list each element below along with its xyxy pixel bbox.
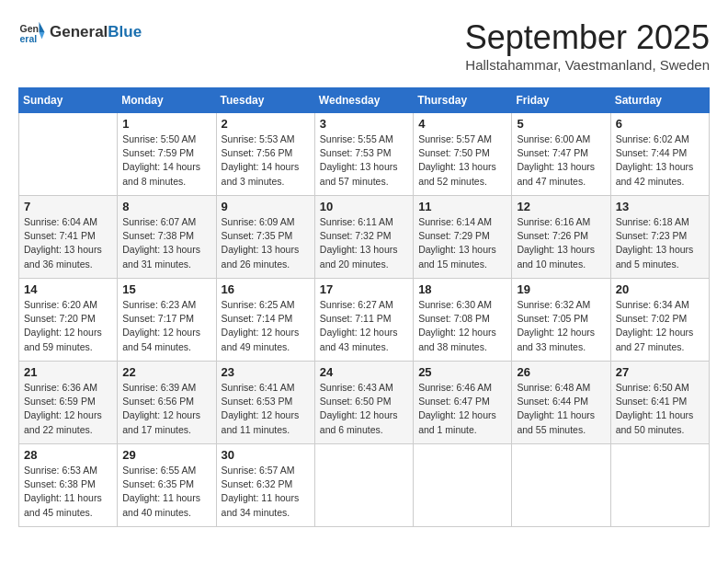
logo-general: General bbox=[50, 23, 108, 40]
calendar-week-row: 14Sunrise: 6:20 AM Sunset: 7:20 PM Dayli… bbox=[19, 279, 710, 362]
svg-text:eral: eral bbox=[20, 33, 38, 44]
day-info: Sunrise: 6:18 AM Sunset: 7:23 PM Dayligh… bbox=[616, 215, 704, 271]
day-info: Sunrise: 6:20 AM Sunset: 7:20 PM Dayligh… bbox=[24, 298, 112, 354]
logo-text: GeneralBlue bbox=[50, 23, 142, 41]
svg-marker-2 bbox=[40, 22, 45, 32]
day-number: 6 bbox=[616, 117, 704, 131]
day-info: Sunrise: 6:04 AM Sunset: 7:41 PM Dayligh… bbox=[24, 215, 112, 271]
day-number: 12 bbox=[517, 200, 605, 213]
day-number: 13 bbox=[616, 200, 704, 213]
day-info: Sunrise: 6:32 AM Sunset: 7:05 PM Dayligh… bbox=[517, 298, 605, 354]
calendar-day-cell: 3Sunrise: 5:55 AM Sunset: 7:53 PM Daylig… bbox=[314, 113, 413, 196]
day-number: 29 bbox=[122, 448, 210, 462]
day-number: 23 bbox=[222, 365, 310, 379]
calendar-day-cell: 21Sunrise: 6:36 AM Sunset: 6:59 PM Dayli… bbox=[19, 362, 118, 444]
calendar-day-cell: 1Sunrise: 5:50 AM Sunset: 7:59 PM Daylig… bbox=[118, 113, 216, 196]
day-number: 26 bbox=[517, 365, 605, 379]
calendar-day-cell: 17Sunrise: 6:27 AM Sunset: 7:11 PM Dayli… bbox=[314, 279, 413, 362]
day-info: Sunrise: 5:55 AM Sunset: 7:53 PM Dayligh… bbox=[320, 132, 408, 189]
calendar-week-row: 7Sunrise: 6:04 AM Sunset: 7:41 PM Daylig… bbox=[19, 196, 710, 279]
calendar-day-cell: 7Sunrise: 6:04 AM Sunset: 7:41 PM Daylig… bbox=[19, 196, 118, 279]
day-info: Sunrise: 6:36 AM Sunset: 6:59 PM Dayligh… bbox=[24, 381, 112, 437]
calendar-day-cell: 10Sunrise: 6:11 AM Sunset: 7:32 PM Dayli… bbox=[314, 196, 413, 279]
logo: Gen eral GeneralBlue bbox=[18, 18, 142, 46]
day-info: Sunrise: 6:46 AM Sunset: 6:47 PM Dayligh… bbox=[418, 381, 506, 437]
day-number: 15 bbox=[122, 282, 210, 296]
day-info: Sunrise: 6:16 AM Sunset: 7:26 PM Dayligh… bbox=[517, 215, 605, 271]
day-number: 14 bbox=[24, 282, 112, 296]
calendar-day-cell: 18Sunrise: 6:30 AM Sunset: 7:08 PM Dayli… bbox=[414, 279, 512, 362]
day-info: Sunrise: 6:11 AM Sunset: 7:32 PM Dayligh… bbox=[320, 215, 408, 271]
calendar-day-cell: 24Sunrise: 6:43 AM Sunset: 6:50 PM Dayli… bbox=[314, 362, 413, 444]
day-info: Sunrise: 6:57 AM Sunset: 6:32 PM Dayligh… bbox=[222, 464, 310, 520]
day-info: Sunrise: 6:07 AM Sunset: 7:38 PM Dayligh… bbox=[122, 215, 210, 271]
day-info: Sunrise: 6:27 AM Sunset: 7:11 PM Dayligh… bbox=[320, 298, 408, 354]
calendar-day-cell: 26Sunrise: 6:48 AM Sunset: 6:44 PM Dayli… bbox=[512, 362, 610, 444]
day-number: 27 bbox=[616, 365, 704, 379]
weekday-header-monday: Monday bbox=[118, 88, 216, 113]
calendar-day-cell: 28Sunrise: 6:53 AM Sunset: 6:38 PM Dayli… bbox=[19, 444, 118, 527]
calendar-day-cell: 30Sunrise: 6:57 AM Sunset: 6:32 PM Dayli… bbox=[216, 444, 314, 527]
calendar-day-cell: 13Sunrise: 6:18 AM Sunset: 7:23 PM Dayli… bbox=[610, 196, 709, 279]
calendar-day-cell: 27Sunrise: 6:50 AM Sunset: 6:41 PM Dayli… bbox=[610, 362, 709, 444]
month-title: September 2025 bbox=[465, 18, 710, 57]
calendar-day-cell: 16Sunrise: 6:25 AM Sunset: 7:14 PM Dayli… bbox=[216, 279, 314, 362]
calendar-week-row: 21Sunrise: 6:36 AM Sunset: 6:59 PM Dayli… bbox=[19, 362, 710, 444]
day-info: Sunrise: 5:50 AM Sunset: 7:59 PM Dayligh… bbox=[122, 132, 210, 189]
weekday-header-saturday: Saturday bbox=[610, 88, 709, 113]
day-info: Sunrise: 6:02 AM Sunset: 7:44 PM Dayligh… bbox=[616, 132, 704, 189]
day-number: 5 bbox=[517, 117, 605, 131]
day-info: Sunrise: 6:25 AM Sunset: 7:14 PM Dayligh… bbox=[222, 298, 310, 354]
weekday-header-wednesday: Wednesday bbox=[314, 88, 413, 113]
calendar-header-row: SundayMondayTuesdayWednesdayThursdayFrid… bbox=[19, 88, 710, 113]
day-info: Sunrise: 6:23 AM Sunset: 7:17 PM Dayligh… bbox=[122, 298, 210, 354]
day-info: Sunrise: 6:41 AM Sunset: 6:53 PM Dayligh… bbox=[222, 381, 310, 437]
calendar-day-cell: 2Sunrise: 5:53 AM Sunset: 7:56 PM Daylig… bbox=[216, 113, 314, 196]
calendar-table: SundayMondayTuesdayWednesdayThursdayFrid… bbox=[18, 87, 710, 527]
day-info: Sunrise: 6:39 AM Sunset: 6:56 PM Dayligh… bbox=[122, 381, 210, 437]
calendar-day-cell: 6Sunrise: 6:02 AM Sunset: 7:44 PM Daylig… bbox=[610, 113, 709, 196]
day-number: 10 bbox=[320, 200, 408, 213]
day-number: 21 bbox=[24, 365, 112, 379]
calendar-week-row: 1Sunrise: 5:50 AM Sunset: 7:59 PM Daylig… bbox=[19, 113, 710, 196]
day-number: 8 bbox=[122, 200, 210, 213]
day-number: 22 bbox=[122, 365, 210, 379]
empty-cell bbox=[314, 444, 413, 527]
page-header: Gen eral GeneralBlue September 2025 Hall… bbox=[18, 18, 710, 73]
day-number: 3 bbox=[320, 117, 408, 131]
day-number: 18 bbox=[418, 282, 506, 296]
day-number: 4 bbox=[418, 117, 506, 131]
day-info: Sunrise: 5:53 AM Sunset: 7:56 PM Dayligh… bbox=[222, 132, 310, 189]
day-info: Sunrise: 6:30 AM Sunset: 7:08 PM Dayligh… bbox=[418, 298, 506, 354]
calendar-day-cell: 8Sunrise: 6:07 AM Sunset: 7:38 PM Daylig… bbox=[118, 196, 216, 279]
day-info: Sunrise: 6:53 AM Sunset: 6:38 PM Dayligh… bbox=[24, 464, 112, 520]
day-number: 1 bbox=[122, 117, 210, 131]
day-number: 11 bbox=[418, 200, 506, 213]
day-info: Sunrise: 5:57 AM Sunset: 7:50 PM Dayligh… bbox=[418, 132, 506, 189]
empty-cell bbox=[610, 444, 709, 527]
location-subtitle: Hallstahammar, Vaestmanland, Sweden bbox=[465, 57, 710, 73]
logo-blue: Blue bbox=[108, 23, 142, 40]
day-number: 2 bbox=[222, 117, 310, 131]
calendar-week-row: 28Sunrise: 6:53 AM Sunset: 6:38 PM Dayli… bbox=[19, 444, 710, 527]
day-info: Sunrise: 6:55 AM Sunset: 6:35 PM Dayligh… bbox=[122, 464, 210, 520]
calendar-day-cell: 5Sunrise: 6:00 AM Sunset: 7:47 PM Daylig… bbox=[512, 113, 610, 196]
calendar-day-cell: 22Sunrise: 6:39 AM Sunset: 6:56 PM Dayli… bbox=[118, 362, 216, 444]
day-info: Sunrise: 6:14 AM Sunset: 7:29 PM Dayligh… bbox=[418, 215, 506, 271]
day-info: Sunrise: 6:09 AM Sunset: 7:35 PM Dayligh… bbox=[222, 215, 310, 271]
calendar-day-cell: 11Sunrise: 6:14 AM Sunset: 7:29 PM Dayli… bbox=[414, 196, 512, 279]
day-info: Sunrise: 6:34 AM Sunset: 7:02 PM Dayligh… bbox=[616, 298, 704, 354]
day-number: 9 bbox=[222, 200, 310, 213]
weekday-header-sunday: Sunday bbox=[19, 88, 118, 113]
day-number: 19 bbox=[517, 282, 605, 296]
weekday-header-tuesday: Tuesday bbox=[216, 88, 314, 113]
day-number: 17 bbox=[320, 282, 408, 296]
calendar-day-cell: 9Sunrise: 6:09 AM Sunset: 7:35 PM Daylig… bbox=[216, 196, 314, 279]
calendar-day-cell: 4Sunrise: 5:57 AM Sunset: 7:50 PM Daylig… bbox=[414, 113, 512, 196]
calendar-day-cell: 15Sunrise: 6:23 AM Sunset: 7:17 PM Dayli… bbox=[118, 279, 216, 362]
general-blue-logo-icon: Gen eral bbox=[18, 18, 46, 46]
day-number: 16 bbox=[222, 282, 310, 296]
calendar-day-cell: 14Sunrise: 6:20 AM Sunset: 7:20 PM Dayli… bbox=[19, 279, 118, 362]
day-info: Sunrise: 6:48 AM Sunset: 6:44 PM Dayligh… bbox=[517, 381, 605, 437]
weekday-header-thursday: Thursday bbox=[414, 88, 512, 113]
